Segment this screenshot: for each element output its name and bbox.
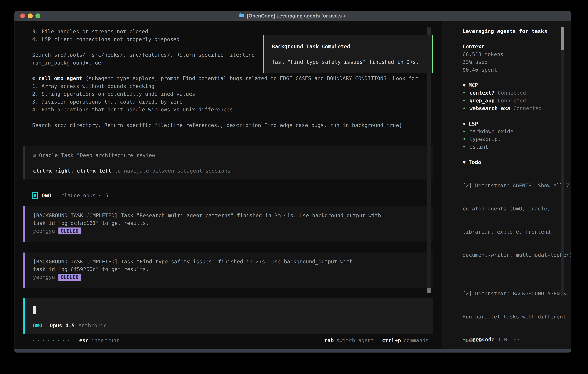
mcp-item: •websearch_exaConnected (462, 104, 571, 112)
background-task-toast: Background Task Completed Task "Find typ… (263, 35, 433, 73)
oracle-task-card[interactable]: ◉Oracle Task "Deep architecture review" … (23, 146, 433, 179)
separator-dot: · (54, 193, 58, 198)
sidebar-scrollbar-thumb[interactable] (561, 27, 564, 50)
terminal-window: [OpenCode] Leveraging agents for tasks ◐… (14, 11, 571, 353)
status-dot-icon: • (462, 143, 466, 151)
toast-title: Background Task Completed (272, 43, 432, 50)
folder-icon (239, 13, 244, 19)
toast-body: Task "Find type safety issues" finished … (272, 58, 432, 66)
tool-call-body: Search src/ directory. Return specific f… (23, 121, 433, 129)
input-agent-line: OmO Opus 4.5 Anthropic (33, 322, 433, 329)
chevron-down-icon: ▼ (462, 159, 466, 165)
status-bar: ········ esc interrupt tabswitch agent c… (32, 337, 429, 344)
agent-model: claude-opus-4-5 (61, 193, 108, 198)
tool-call-body: 4. Path operations that don't handle Win… (23, 106, 433, 114)
agent-name: OmO (42, 193, 51, 198)
titlebar[interactable]: [OpenCode] Leveraging agents for tasks ◐ (14, 11, 571, 21)
zoom-button[interactable] (35, 13, 40, 18)
prompt-input[interactable]: OmO Opus 4.5 Anthropic (23, 298, 433, 334)
oracle-task-title-line: ◉Oracle Task "Deep architecture review" (33, 151, 433, 159)
scrollback-line: 3. File handles or streams not closed (23, 28, 433, 35)
status-dot-icon: • (462, 104, 466, 112)
message-line: [BACKGROUND TASK COMPLETED] Task "Resear… (33, 212, 433, 219)
queued-badge: QUEUED (58, 228, 81, 234)
chevron-down-icon: ▼ (462, 82, 466, 88)
traffic-lights (20, 13, 40, 18)
close-button[interactable] (20, 13, 25, 18)
tool-call-line: ⚙ call_omo_agent [subagent_type=explore,… (23, 74, 433, 82)
esc-key-hint: esc (79, 337, 89, 344)
window-bottom-edge (14, 349, 571, 353)
message-line: task_id="bg_dcfac161" to get results. (33, 219, 433, 227)
message-meta: yeongyuQUEUED (33, 273, 433, 281)
lsp-item: •markdown-oxide (462, 128, 571, 135)
session-title: Leveraging agents for tasks (462, 27, 571, 35)
context-tokens: 66,518 tokens (462, 51, 571, 58)
oracle-task-title: Oracle Task "Deep architecture review" (39, 152, 158, 158)
agent-header: OmO · claude-opus-4-5 (23, 192, 433, 199)
lsp-item: •typescript (462, 135, 571, 143)
minimize-button[interactable] (28, 13, 33, 18)
opencode-version: • OpenCode 1.0.163 (462, 337, 520, 343)
mcp-item: •context7Connected (462, 89, 571, 97)
context-spent: $0.46 spent (462, 66, 571, 74)
todo-item: [✓] Demonstrate AGENTS: Show all 7 curat… (462, 166, 571, 274)
status-dot-icon: • (462, 135, 466, 143)
input-provider: Anthropic (78, 322, 107, 329)
status-dot-icon: • (462, 337, 466, 343)
message-meta: yeongyuQUEUED (33, 227, 433, 235)
text-cursor (33, 306, 36, 314)
chat-pane: 3. File handles or streams not closed 4.… (14, 21, 442, 349)
background-task-message: [BACKGROUND TASK COMPLETED] Task "Resear… (23, 206, 433, 242)
tool-call-name: call_omo_agent (38, 75, 82, 81)
message-line: task_id="bg_6f59260c" to get results. (33, 265, 433, 273)
input-agent-name[interactable]: OmO (33, 322, 42, 329)
lsp-item: •eslint (462, 143, 571, 151)
chevron-down-icon: ▼ (462, 121, 466, 127)
sidebar-scrollbar-track[interactable] (561, 27, 564, 296)
tab-key-hint: tab (324, 337, 334, 344)
ctrlp-key-label: commands (404, 337, 429, 344)
tool-call-body: 3. Division operations that could divide… (23, 98, 433, 106)
terminal-content: 3. File handles or streams not closed 4.… (14, 21, 571, 349)
lsp-section-header[interactable]: ▼LSP (462, 120, 571, 128)
todo-section-header[interactable]: ▼Todo (462, 158, 571, 166)
chat-scrollbar-thumb[interactable] (427, 288, 431, 293)
message-user: yeongyu (33, 228, 55, 234)
esc-key-label: interrupt (91, 337, 119, 344)
status-dot-icon: • (462, 128, 466, 135)
ctrlp-key-hint: ctrl+p (382, 337, 401, 344)
status-dot-icon: • (462, 89, 466, 97)
queued-badge: QUEUED (58, 274, 81, 280)
window-title: [OpenCode] Leveraging agents for tasks ◐ (247, 13, 346, 19)
mcp-item: •grep_appConnected (462, 97, 571, 104)
input-model[interactable]: Opus 4.5 (50, 322, 75, 329)
chat-scrollbar-cap (427, 28, 431, 35)
tool-call-body: 1. Array access without bounds checking (23, 82, 433, 90)
context-used: 33% used (462, 58, 571, 66)
record-circle-icon: ◉ (33, 152, 36, 158)
message-user: yeongyu (33, 274, 55, 280)
session-sidebar: Leveraging agents for tasks Context 66,5… (442, 21, 571, 349)
subagent-nav-hint: ctrl+x right, ctrl+x left to navigate be… (33, 167, 433, 175)
message-line: [BACKGROUND TASK COMPLETED] Task "Find t… (33, 258, 433, 265)
background-task-message: [BACKGROUND TASK COMPLETED] Task "Find t… (23, 252, 433, 288)
spinner-dots: ········ (32, 337, 72, 344)
omo-agent-icon (32, 192, 38, 199)
tab-key-label: switch agent (336, 337, 374, 344)
gear-icon: ⚙ (32, 75, 35, 81)
mcp-section-header[interactable]: ▼MCP (462, 81, 571, 89)
tool-call-args: [subagent_type=explore, prompt=Find pote… (82, 75, 418, 81)
window-title-wrap: [OpenCode] Leveraging agents for tasks ◐ (239, 13, 346, 19)
status-dot-icon: • (462, 97, 466, 104)
tool-call-body: 2. String operations on potentially unde… (23, 90, 433, 98)
context-heading: Context (462, 43, 571, 50)
